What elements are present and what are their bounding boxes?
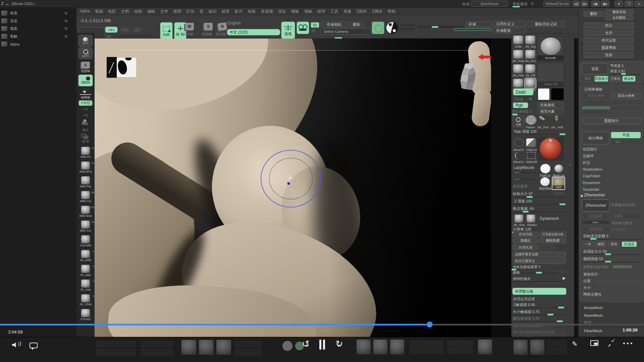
menu-item[interactable]: 工具 [330, 9, 338, 14]
sym-z-button[interactable]: >Z< [132, 27, 142, 33]
polish-dot[interactable] [562, 277, 565, 280]
patten-stroke-icon[interactable] [526, 115, 536, 125]
annotate-pencil-icon[interactable]: ✎ [572, 340, 578, 348]
imm-brush-item[interactable]: IMM Par [76, 176, 95, 190]
blurred-button[interactable] [547, 341, 567, 347]
blurred-thumb[interactable] [513, 340, 528, 355]
blurred-thumb[interactable] [181, 340, 197, 355]
geometry-subpalette-item[interactable]: Dynamesh [580, 179, 643, 186]
rotate-z-button[interactable]: ↶Z [80, 114, 91, 117]
blurred-button[interactable] [447, 348, 473, 354]
blurred-button[interactable] [611, 100, 626, 105]
color-sens-handle[interactable] [556, 320, 563, 322]
sk-airbrush-icon[interactable]: ✎ [551, 113, 561, 124]
m-mode-label[interactable]: M [529, 97, 532, 101]
store-button[interactable]: 存储 [466, 21, 492, 27]
edit-button[interactable]: Edit [160, 22, 173, 40]
use-tablet-button[interactable]: 使用数位板 [512, 288, 567, 295]
switch-color-button[interactable]: 切换颜色 [538, 102, 564, 108]
video-progress-bar[interactable] [0, 324, 644, 325]
geometry-subpalette-item[interactable]: 边缘环 [580, 153, 643, 159]
menu-item[interactable]: 拾取 [248, 9, 256, 14]
by-group-button[interactable]: 按组 [582, 76, 593, 81]
higher-res-button[interactable]: 提高分辨率 [611, 93, 641, 99]
perspective-button[interactable]: 透视 [281, 21, 295, 39]
geometry-header[interactable]: 几何体编辑 [584, 87, 602, 92]
blurred-button[interactable] [96, 349, 136, 356]
position-item[interactable]: 位置 [583, 279, 591, 284]
blurred-slider[interactable] [120, 35, 152, 37]
refresh-icon[interactable]: ↻ [64, 26, 68, 31]
subtitles-icon[interactable] [30, 343, 38, 348]
blurred-thumb[interactable] [216, 340, 231, 355]
imm-brush-item[interactable]: XTracto [76, 309, 95, 323]
rotate-button[interactable]: R [218, 22, 227, 31]
blurred-thumb[interactable] [356, 339, 371, 355]
menu-item[interactable]: 灯光 [186, 9, 195, 14]
imm-brush-item[interactable]: 30 IMM Cur [76, 220, 95, 234]
curves-strength-track[interactable] [582, 262, 641, 262]
blurred-icon[interactable] [282, 341, 292, 351]
blurred-slider[interactable] [582, 220, 609, 224]
move-button[interactable]: M [185, 23, 194, 30]
menu-item[interactable]: 标记 [209, 9, 217, 14]
scale-doc-button[interactable]: S [81, 62, 90, 68]
draw-size-track[interactable] [512, 197, 567, 198]
dock-row[interactable]: 渲染 ↻ [0, 17, 76, 25]
blurred-thumb[interactable] [530, 340, 545, 355]
geometry-subpalette-item[interactable]: 动态细分 [580, 146, 643, 153]
rgb-intensity-handle[interactable] [559, 133, 566, 135]
select-camera-dropdown[interactable]: Select Camera [321, 28, 370, 35]
z-sens-handle[interactable] [558, 306, 565, 309]
camera-button[interactable] [297, 21, 309, 34]
rewind-10-button[interactable]: ↺ 10 [302, 340, 313, 351]
dynamesh-label[interactable]: Dynamesh [540, 216, 559, 221]
scale-button[interactable]: S [204, 23, 213, 30]
jn-sna-icon[interactable] [514, 214, 524, 223]
zoom-tool-button[interactable]: 缩放 [513, 116, 524, 127]
size-sens-handle[interactable] [547, 313, 554, 316]
close-holes-button[interactable]: 封闭孔洞 [513, 245, 538, 250]
use-global-button[interactable]: 使用全局设置 [513, 297, 535, 302]
matcap-sphere[interactable] [554, 165, 563, 173]
forward-30-button[interactable]: ↻ 30 [335, 340, 345, 351]
backface-mask-label[interactable]: 背面遮罩 [513, 184, 528, 189]
delete-subtool-button[interactable]: 删除 [584, 11, 604, 17]
matcap-z93-selected[interactable]: z93 [552, 177, 565, 190]
delete-camera-button[interactable]: 删除 [349, 22, 364, 27]
menu-item[interactable]: 模板 [291, 9, 299, 14]
z-intensity-track[interactable] [512, 204, 567, 205]
subtool-action-button[interactable]: 重建网格 [584, 45, 634, 51]
zadd-button[interactable]: Zadd [513, 88, 534, 96]
menu-item[interactable]: Alpha [79, 9, 90, 14]
blurred-button[interactable] [141, 349, 173, 356]
clipcur-icon[interactable] [526, 138, 536, 147]
geometry-subpalette-item[interactable]: ShadowBox [580, 166, 643, 173]
menu-item[interactable]: 变换 [343, 9, 352, 14]
focal-shift-track[interactable] [512, 212, 567, 213]
divide-button[interactable]: 细分网格 [582, 132, 609, 144]
blurred-button[interactable] [547, 348, 567, 354]
blurred-button[interactable] [235, 349, 262, 356]
collapse-arrow-icon[interactable]: ◄ [568, 163, 572, 167]
blurred-button[interactable] [582, 126, 641, 130]
menu-item[interactable]: 宏 [200, 9, 204, 14]
imm-brush-item[interactable]: 96 IMM Gui [76, 191, 95, 205]
blurred-button[interactable] [627, 100, 641, 105]
detect-edges-button[interactable]: 侦测边缘 [611, 227, 626, 232]
menu-item[interactable]: 编辑 [147, 9, 155, 14]
menu-item[interactable]: 文件 [160, 9, 168, 14]
slicecu-icon[interactable] [515, 152, 523, 159]
geometry-subpalette-item[interactable]: ClayPolish [580, 173, 643, 179]
extract-button[interactable]: 提取 [582, 63, 608, 74]
more-options-icon[interactable] [623, 342, 634, 345]
rgb-button[interactable]: Rgb [513, 102, 528, 108]
imm-brush-item[interactable]: 3 JN_IMM [76, 250, 95, 264]
focal-shift-handle[interactable] [522, 210, 529, 213]
menu-item[interactable]: 帮助 [387, 9, 395, 14]
rotate-xyz-button[interactable]: ↶XYZ [78, 100, 93, 106]
color-swatch-primary[interactable] [538, 88, 550, 100]
triangulate-button[interactable]: 三角化 [609, 76, 621, 81]
menu-item[interactable]: Z插件 [357, 9, 367, 14]
zscript-button[interactable]: DefaultZScript [543, 1, 571, 7]
